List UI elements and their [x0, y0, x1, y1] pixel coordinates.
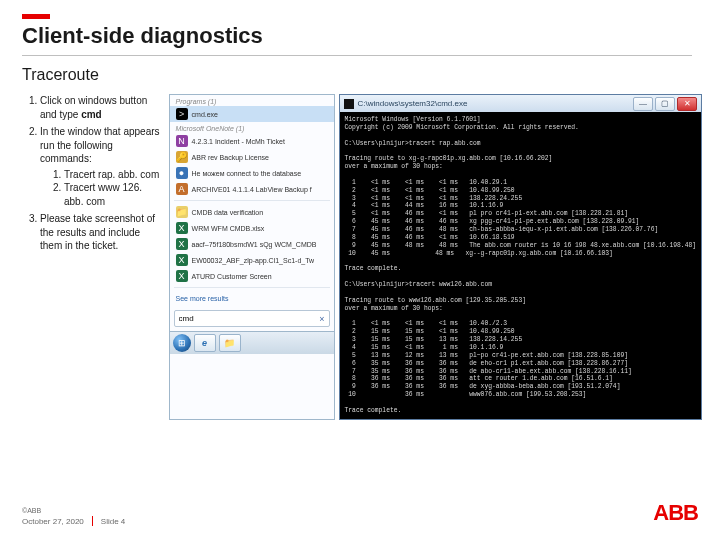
divider — [174, 200, 330, 201]
list-item[interactable]: XEW00032_ABF_zlp-app.Cl1_Sc1-d_Tw — [170, 252, 334, 268]
step-1-cmd: cmd — [81, 109, 102, 120]
step-2a: Tracert rap. abb. com — [64, 168, 163, 182]
window-title-text: C:\windows\system32\cmd.exe — [358, 99, 468, 108]
cmd-icon: > — [176, 108, 188, 120]
step-2: In the window that appears run the follo… — [40, 125, 163, 208]
cmd-window: C:\windows\system32\cmd.exe — ▢ ✕ Micros… — [339, 94, 702, 420]
minimize-button[interactable]: — — [633, 97, 653, 111]
start-orb[interactable]: ⊞ — [173, 334, 191, 352]
taskbar-explorer-button[interactable]: 📁 — [219, 334, 241, 352]
window-titlebar: C:\windows\system32\cmd.exe — ▢ ✕ — [340, 95, 701, 112]
start-menu-result-cmd[interactable]: > cmd.exe — [170, 106, 334, 122]
maximize-button[interactable]: ▢ — [655, 97, 675, 111]
step-3: Please take screenshot of the results an… — [40, 212, 163, 253]
note-icon: N — [176, 135, 188, 147]
list-item[interactable]: ●Не можем connect to the database — [170, 165, 334, 181]
list-item[interactable]: Xaacf–75f180bsmdW1 sQg WCM_CMDB — [170, 236, 334, 252]
list-item[interactable]: 🔑ABR rev Backup License — [170, 149, 334, 165]
taskbar: ⊞ e 📁 — [170, 331, 334, 354]
list-item[interactable]: XATURD Customer Screen — [170, 268, 334, 284]
divider — [174, 287, 330, 288]
excel-icon: X — [176, 254, 188, 266]
start-menu: Programs (1) > cmd.exe Microsoft OneNote… — [169, 94, 335, 420]
excel-icon: X — [176, 270, 188, 282]
step-2b: Tracert www 126. abb. com — [64, 181, 163, 208]
footer-copyright: ©ABB — [22, 507, 125, 514]
taskbar-ie-button[interactable]: e — [194, 334, 216, 352]
step-1: Click on windows button and type cmd — [40, 94, 163, 121]
start-menu-search[interactable]: × — [174, 310, 330, 327]
ie-icon: e — [202, 338, 207, 348]
archive-icon: A — [176, 183, 188, 195]
step-2-intro: In the window that appears run the follo… — [40, 126, 160, 164]
close-button[interactable]: ✕ — [677, 97, 697, 111]
clear-search-icon[interactable]: × — [315, 314, 328, 324]
see-more-results[interactable]: See more results — [170, 291, 334, 306]
terminal-output[interactable]: Microsoft Windows [Version 6.1.7601] Cop… — [340, 112, 701, 419]
list-item[interactable]: AARCHIVE01 4.1.1.4 LabView Backup f — [170, 181, 334, 197]
start-menu-onenote-header: Microsoft OneNote (1) — [170, 122, 334, 133]
abb-logo: ABB — [653, 500, 698, 526]
page-title: Client-side diagnostics — [22, 23, 692, 56]
start-menu-programs-header: Programs (1) — [170, 95, 334, 106]
instruction-panel: Click on windows button and type cmd In … — [22, 94, 163, 420]
cmd-title-icon — [344, 99, 354, 109]
list-item[interactable]: 📁CMDB data verification — [170, 204, 334, 220]
key-icon: 🔑 — [176, 151, 188, 163]
excel-icon: X — [176, 222, 188, 234]
footer-divider — [92, 516, 93, 526]
list-item[interactable]: N4.2.3.1 Incident - McMh Ticket — [170, 133, 334, 149]
footer-date: October 27, 2020 — [22, 517, 84, 526]
excel-icon: X — [176, 238, 188, 250]
footer-slide-number: Slide 4 — [101, 517, 125, 526]
db-icon: ● — [176, 167, 188, 179]
accent-dash — [22, 14, 50, 19]
page-subtitle: Traceroute — [22, 66, 720, 84]
list-item[interactable]: XWRM WFM CMDB.xlsx — [170, 220, 334, 236]
start-menu-result-cmd-label: cmd.exe — [192, 111, 218, 118]
search-input[interactable] — [175, 311, 316, 326]
slide-footer: ©ABB October 27, 2020 Slide 4 ABB — [22, 507, 698, 526]
folder-icon: 📁 — [176, 206, 188, 218]
folder-icon: 📁 — [224, 338, 235, 348]
